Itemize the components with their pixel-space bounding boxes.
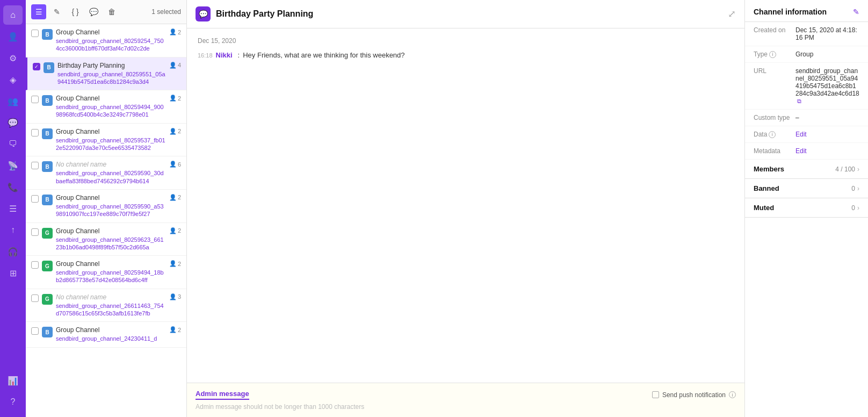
admin-message-header: Admin message Send push notification i <box>196 390 736 400</box>
send-push-notification: Send push notification i <box>652 391 736 399</box>
info-row-data: Data i Edit <box>745 126 868 143</box>
nav-icon-upload[interactable]: ↑ <box>3 220 23 240</box>
channel-checkbox[interactable] <box>31 294 39 302</box>
channel-url: sendbird_group_channel_80259590_30dbaeff… <box>56 169 166 185</box>
channel-name: Group Channel <box>56 128 166 135</box>
nav-icon-help[interactable]: ? <box>3 392 23 412</box>
channel-url: sendbird_group_channel_80259494_18bb2d86… <box>56 269 166 284</box>
channel-name: No channel name <box>56 293 166 301</box>
right-panel-header: Channel information ✎ <box>745 0 868 22</box>
nav-icon-headphone[interactable]: 🎧 <box>3 242 23 261</box>
metadata-edit-btn[interactable]: Edit <box>795 147 807 155</box>
nav-icon-puzzle[interactable]: ⊞ <box>3 263 23 283</box>
channel-member-count: 👤4 <box>169 62 181 69</box>
channel-name: Group Channel <box>56 260 166 268</box>
admin-message-input[interactable]: Admin message should not be longer than … <box>196 403 736 411</box>
banned-section[interactable]: Banned 0 › <box>745 179 868 198</box>
channel-icon: B <box>42 95 53 106</box>
toolbar-hamburger-btn[interactable]: ☰ <box>31 4 46 19</box>
data-label: Data i <box>754 131 791 138</box>
channel-list-item[interactable]: B Group Channel sendbird_group_channel_8… <box>26 190 186 223</box>
url-copy-icon[interactable]: ⧉ <box>797 98 801 104</box>
channel-member-count: 👤2 <box>169 95 181 102</box>
members-badge: 4 / 100 › <box>835 166 859 173</box>
nav-icon-phone[interactable]: 📞 <box>3 177 23 197</box>
channel-member-count: 👤2 <box>169 227 181 234</box>
channel-member-count: 👤6 <box>169 161 181 168</box>
channel-list-body: B Group Channel sendbird_group_channel_8… <box>26 24 186 417</box>
nav-icon-broadcast[interactable]: 📡 <box>3 156 23 175</box>
header-expand-icon[interactable]: ⤢ <box>728 9 736 19</box>
nav-icon-settings[interactable]: ⚙ <box>3 48 23 68</box>
members-section[interactable]: Members 4 / 100 › <box>745 160 868 179</box>
toolbar-edit-btn[interactable]: ✎ <box>49 4 64 19</box>
channel-checkbox[interactable]: ✓ <box>33 63 40 70</box>
channel-checkbox[interactable] <box>31 162 39 169</box>
nav-icon-home[interactable]: ⌂ <box>3 5 23 25</box>
nav-icon-users[interactable]: 👤 <box>3 27 23 46</box>
channel-list-item[interactable]: B Group Channel sendbird_group_channel_2… <box>26 322 186 347</box>
message-sender: Nikki <box>216 51 233 59</box>
channel-list-item[interactable]: G Group Channel sendbird_group_channel_8… <box>26 223 186 256</box>
nav-icon-chat[interactable]: 🗨 <box>3 134 23 154</box>
toolbar-trash-btn[interactable]: 🗑 <box>104 4 119 19</box>
channel-header-icon: 💬 <box>196 6 211 21</box>
channel-list-item[interactable]: B Group Channel sendbird_group_channel_8… <box>26 24 186 57</box>
nav-icon-person[interactable]: 👥 <box>3 91 23 111</box>
channel-checkbox[interactable] <box>31 195 39 203</box>
nav-icon-list[interactable]: ☰ <box>3 199 23 218</box>
right-panel: Channel information ✎ Created on Dec 15,… <box>744 0 868 417</box>
nav-icon-message[interactable]: 💬 <box>3 113 23 132</box>
message-text: Hey Friends, what are we thinking for th… <box>243 51 404 59</box>
channel-member-count: 👤2 <box>169 260 181 267</box>
data-edit-btn[interactable]: Edit <box>795 131 807 138</box>
info-row-created-on: Created on Dec 15, 2020 at 4:18:16 PM <box>745 22 868 46</box>
type-info-icon[interactable]: i <box>769 51 776 58</box>
channel-info: Group Channel sendbird_group_channel_802… <box>56 95 166 119</box>
send-push-checkbox[interactable] <box>652 391 659 398</box>
channel-info-title: Channel information <box>754 8 827 16</box>
channel-icon: B <box>42 161 53 172</box>
channel-list-item[interactable]: B No channel name sendbird_group_channel… <box>26 156 186 190</box>
info-row-type: Type i Group <box>745 46 868 63</box>
metadata-label: Metadata <box>754 147 791 155</box>
channel-list-item[interactable]: B Group Channel sendbird_group_channel_8… <box>26 124 186 157</box>
created-on-label: Created on <box>754 26 791 34</box>
nav-icon-chart[interactable]: 📊 <box>3 371 23 390</box>
channel-checkbox[interactable] <box>31 129 39 136</box>
channel-info: Group Channel sendbird_group_channel_802… <box>56 194 166 218</box>
custom-type-label: Custom type <box>754 114 791 121</box>
channel-icon: G <box>42 228 53 239</box>
channel-list-item[interactable]: G No channel name sendbird_group_channel… <box>26 289 186 322</box>
type-label: Type i <box>754 51 791 58</box>
channel-name: Birthday Party Planning <box>57 62 166 69</box>
toolbar-chat-btn[interactable]: 💬 <box>86 4 101 19</box>
channel-checkbox[interactable] <box>31 30 39 37</box>
channel-name: Group Channel <box>56 326 166 334</box>
channel-url: sendbird_group_channel_24230411_d <box>56 335 166 342</box>
header-actions: ⤢ <box>728 8 736 20</box>
channel-icon: B <box>44 62 54 73</box>
channel-list-item[interactable]: B Group Channel sendbird_group_channel_8… <box>26 90 186 124</box>
muted-section[interactable]: Muted 0 › <box>745 198 868 218</box>
channel-info: Group Channel sendbird_group_channel_802… <box>56 260 166 284</box>
selected-count: 1 selected <box>151 8 181 16</box>
channel-info: Group Channel sendbird_group_channel_802… <box>56 28 166 53</box>
admin-message-area: Admin message Send push notification i A… <box>187 383 744 417</box>
channel-checkbox[interactable] <box>31 327 39 335</box>
channel-checkbox[interactable] <box>31 261 39 269</box>
data-info-icon[interactable]: i <box>769 131 776 138</box>
channel-info: Birthday Party Planning sendbird_group_c… <box>57 62 166 86</box>
channel-info: No channel name sendbird_group_channel_8… <box>56 161 166 185</box>
channel-member-count: 👤3 <box>169 293 181 300</box>
channel-info: Group Channel sendbird_group_channel_242… <box>56 326 166 342</box>
toolbar-code-btn[interactable]: { } <box>68 4 83 19</box>
channel-list-item[interactable]: G Group Channel sendbird_group_channel_8… <box>26 256 186 289</box>
channel-name: Group Channel <box>56 95 166 102</box>
channel-checkbox[interactable] <box>31 96 39 103</box>
nav-icon-activity[interactable]: ◈ <box>3 70 23 89</box>
channel-checkbox[interactable] <box>31 228 39 236</box>
channel-info-edit-icon[interactable]: ✎ <box>853 8 859 16</box>
send-push-info-icon[interactable]: i <box>729 391 736 398</box>
channel-list-item[interactable]: ✓ B Birthday Party Planning sendbird_gro… <box>26 57 186 91</box>
